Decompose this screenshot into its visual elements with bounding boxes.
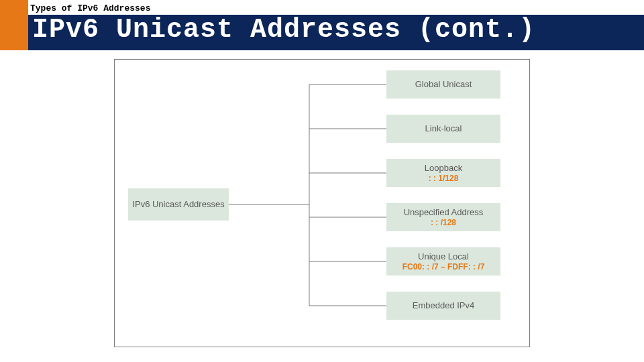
child-node-unique-local: Unique Local FC00: : /7 – FDFF: : /7	[386, 247, 500, 276]
slide-header: Types of IPv6 Addresses IPv6 Unicast Add…	[0, 0, 644, 50]
child-label: Global Unicast	[415, 79, 472, 90]
child-label: Embedded IPv4	[413, 300, 475, 311]
page-title: IPv6 Unicast Addresses (cont.)	[32, 15, 535, 45]
child-node-loopback: Loopback : : 1/128	[386, 159, 500, 187]
child-node-unspecified: Unspecified Address : : /128	[386, 203, 500, 231]
child-node-link-local: Link-local	[386, 115, 500, 143]
root-label: IPv6 Unicast Addresses	[132, 199, 224, 210]
child-sublabel: : : 1/128	[429, 174, 459, 183]
child-sublabel: FC00: : /7 – FDFF: : /7	[402, 262, 485, 272]
root-node: IPv6 Unicast Addresses	[128, 188, 229, 221]
diagram-frame: IPv6 Unicast Addresses Global Unicast Li…	[114, 59, 530, 347]
accent-block-front	[0, 15, 28, 50]
child-label: Loopback	[425, 163, 462, 174]
child-sublabel: : : /128	[431, 218, 456, 227]
child-label: Link-local	[425, 123, 462, 134]
child-label: Unique Local	[418, 251, 469, 262]
breadcrumb: Types of IPv6 Addresses	[30, 3, 150, 13]
child-node-global-unicast: Global Unicast	[386, 70, 500, 99]
child-label: Unspecified Address	[404, 207, 484, 218]
child-node-embedded-ipv4: Embedded IPv4	[386, 292, 500, 320]
